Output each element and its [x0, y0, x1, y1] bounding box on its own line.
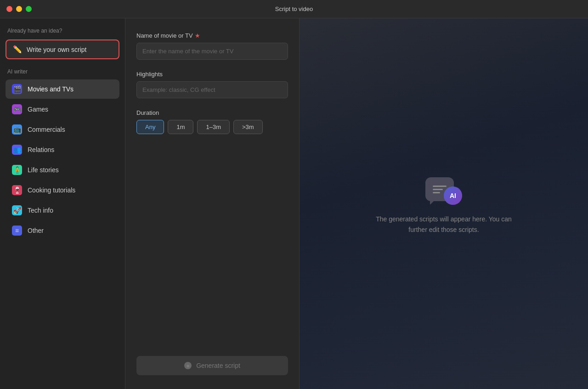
- titlebar: Script to video: [0, 0, 588, 18]
- other-label: Other: [28, 227, 44, 234]
- generate-button-area: ● Generate script: [136, 356, 288, 375]
- maximize-button[interactable]: [26, 6, 32, 12]
- right-panel: AI The generated scripts will appear her…: [300, 18, 588, 389]
- spinner-icon: ●: [184, 362, 192, 369]
- duration-1m-button[interactable]: 1m: [168, 120, 193, 134]
- sidebar-item-lifestories[interactable]: 🧍 Life stories: [6, 160, 119, 180]
- highlights-input[interactable]: [136, 81, 288, 98]
- ai-icon-container: AI: [425, 173, 462, 205]
- lifestories-label: Life stories: [28, 166, 59, 174]
- line-2: [433, 189, 443, 190]
- tech-label: Tech info: [28, 207, 53, 214]
- cooking-icon: 🍷: [12, 185, 22, 195]
- commercials-icon: 📺: [12, 124, 22, 135]
- movie-name-label: Name of movie or TV ★: [136, 32, 288, 39]
- required-star: ★: [195, 32, 200, 39]
- middle-panel: Name of movie or TV ★ Highlights Duratio…: [125, 18, 300, 389]
- commercials-label: Commercials: [28, 126, 65, 133]
- close-button[interactable]: [6, 6, 12, 12]
- sidebar-item-relations[interactable]: 👥 Relations: [6, 140, 119, 159]
- sidebar-item-movies[interactable]: 🎬 Movies and TVs: [6, 79, 119, 99]
- generate-script-button[interactable]: ● Generate script: [136, 356, 288, 375]
- movie-name-field-group: Name of movie or TV ★: [136, 32, 288, 60]
- cooking-label: Cooking tutorials: [28, 186, 75, 194]
- write-own-script-button[interactable]: ✏️ Write your own script: [6, 39, 119, 59]
- sidebar-item-commercials[interactable]: 📺 Commercials: [6, 120, 119, 139]
- relations-label: Relations: [28, 146, 54, 153]
- sidebar-item-other[interactable]: ≡ Other: [6, 221, 119, 240]
- sidebar: Already have an idea? ✏️ Write your own …: [0, 18, 125, 389]
- relations-icon: 👥: [12, 145, 22, 155]
- other-icon: ≡: [12, 226, 22, 236]
- ai-badge: AI: [444, 186, 462, 205]
- movies-icon: 🎬: [12, 84, 22, 94]
- lifestories-icon: 🧍: [12, 165, 22, 175]
- app-layout: Already have an idea? ✏️ Write your own …: [0, 18, 588, 389]
- movie-name-input[interactable]: [136, 43, 288, 60]
- sidebar-item-games[interactable]: 🎮 Games: [6, 100, 119, 119]
- sidebar-hint: Already have an idea?: [6, 28, 119, 34]
- games-label: Games: [28, 106, 48, 113]
- pencil-icon: ✏️: [13, 45, 22, 54]
- highlights-field-group: Highlights: [136, 71, 288, 98]
- duration-1-3m-button[interactable]: 1–3m: [197, 120, 230, 134]
- duration-any-button[interactable]: Any: [136, 120, 164, 134]
- sidebar-item-tech[interactable]: 🚀 Tech info: [6, 201, 119, 220]
- generate-label: Generate script: [196, 362, 240, 369]
- duration-label: Duration: [136, 109, 288, 116]
- highlights-label: Highlights: [136, 71, 288, 78]
- games-icon: 🎮: [12, 104, 22, 114]
- duration-buttons: Any 1m 1–3m >3m: [136, 120, 288, 134]
- traffic-lights: [6, 6, 32, 12]
- window-title: Script to video: [275, 6, 313, 12]
- right-panel-placeholder-text: The generated scripts will appear here. …: [366, 214, 522, 235]
- duration-section: Duration Any 1m 1–3m >3m: [136, 109, 288, 134]
- tech-icon: 🚀: [12, 205, 22, 215]
- sidebar-item-cooking[interactable]: 🍷 Cooking tutorials: [6, 180, 119, 200]
- duration-3m-plus-button[interactable]: >3m: [233, 120, 263, 134]
- ai-writer-label: AI writer: [6, 68, 119, 75]
- sidebar-items-list: 🎬 Movies and TVs 🎮 Games 📺 Commercials 👥…: [6, 79, 119, 240]
- movies-label: Movies and TVs: [28, 85, 74, 93]
- write-own-label: Write your own script: [27, 46, 86, 53]
- line-3: [433, 192, 440, 193]
- line-1: [433, 186, 447, 187]
- minimize-button[interactable]: [16, 6, 22, 12]
